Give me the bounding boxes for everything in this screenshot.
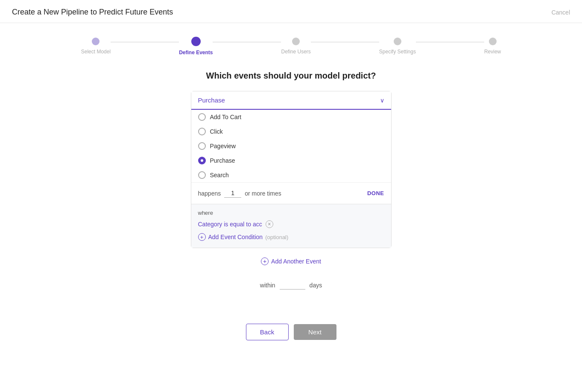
done-button[interactable]: DONE	[367, 190, 384, 196]
plus-icon: +	[200, 234, 204, 240]
back-button[interactable]: Back	[246, 324, 289, 340]
step-line-4	[416, 42, 484, 42]
step-label-define-events: Define Events	[179, 50, 213, 56]
option-pageview[interactable]: Pageview	[191, 139, 391, 153]
option-label-search: Search	[210, 172, 229, 178]
stepper: Select Model Define Events Define Users …	[0, 23, 582, 62]
within-suffix: days	[310, 282, 322, 289]
add-condition-label: Add Event Condition	[208, 234, 263, 240]
happens-suffix: or more times	[245, 190, 281, 197]
option-search[interactable]: Search	[191, 168, 391, 182]
section-question: Which events should your model predict?	[206, 71, 376, 81]
page-title: Create a New Pipeline to Predict Future …	[12, 8, 173, 17]
step-label-define-users: Define Users	[281, 49, 310, 55]
option-label-pageview: Pageview	[210, 143, 236, 149]
footer-buttons: Back Next	[246, 324, 336, 353]
step-line-3	[311, 42, 379, 42]
step-label-review: Review	[484, 49, 501, 55]
event-dropdown-value: Purchase	[198, 97, 225, 104]
within-days-input[interactable]	[280, 281, 305, 290]
radio-add-to-cart	[198, 113, 206, 121]
condition-text[interactable]: Category is equal to acc	[198, 221, 262, 228]
step-dot-select-model	[92, 38, 99, 45]
condition-row: Category is equal to acc ×	[198, 220, 384, 228]
condition-remove-button[interactable]: ×	[266, 220, 273, 228]
step-specify-settings: Specify Settings	[379, 38, 416, 55]
chevron-down-icon: ∨	[380, 97, 384, 104]
step-line-2	[213, 42, 281, 42]
step-define-users: Define Users	[281, 38, 310, 55]
event-dropdown[interactable]: Purchase ∨	[191, 91, 391, 110]
happens-row: happens or more times DONE	[191, 183, 391, 204]
close-icon: ×	[268, 221, 271, 227]
where-section: where Category is equal to acc × + Add E…	[191, 204, 391, 248]
step-define-events: Define Events	[179, 37, 213, 56]
option-label-purchase: Purchase	[210, 157, 235, 164]
within-prefix: within	[260, 282, 275, 289]
add-event-row[interactable]: + Add Another Event	[261, 257, 321, 265]
page-header: Create a New Pipeline to Predict Future …	[0, 0, 582, 23]
step-dot-review	[489, 38, 497, 45]
step-label-select-model: Select Model	[81, 49, 111, 55]
add-event-label: Add Another Event	[271, 258, 321, 265]
option-label-click: Click	[210, 128, 223, 135]
step-dot-define-events	[191, 37, 201, 46]
step-review: Review	[484, 38, 501, 55]
happens-prefix: happens	[198, 190, 221, 197]
happens-input[interactable]	[224, 189, 241, 198]
step-select-model: Select Model	[81, 38, 111, 55]
option-label-add-to-cart: Add To Cart	[210, 114, 242, 120]
next-button[interactable]: Next	[294, 324, 336, 340]
where-label: where	[198, 210, 384, 216]
add-condition-row[interactable]: + Add Event Condition (optional)	[198, 233, 384, 241]
option-click[interactable]: Click	[191, 124, 391, 139]
option-add-to-cart[interactable]: Add To Cart	[191, 110, 391, 124]
within-row: within days	[260, 281, 322, 290]
option-purchase[interactable]: Purchase	[191, 153, 391, 168]
radio-search	[198, 171, 206, 179]
step-line-1	[111, 42, 179, 42]
radio-purchase	[198, 157, 206, 164]
plus-icon: +	[263, 258, 266, 265]
radio-click	[198, 128, 206, 135]
add-event-icon: +	[261, 257, 269, 265]
radio-pageview	[198, 142, 206, 150]
event-options-list: Add To Cart Click Pageview Purchase Sear…	[191, 110, 391, 183]
step-dot-define-users	[292, 38, 300, 45]
event-card: Purchase ∨ Add To Cart Click Pageview	[191, 91, 392, 248]
step-label-specify-settings: Specify Settings	[379, 49, 416, 55]
step-dot-specify-settings	[394, 38, 401, 45]
main-content: Which events should your model predict? …	[0, 62, 582, 353]
add-condition-icon: +	[198, 233, 206, 241]
cancel-button[interactable]: Cancel	[551, 9, 570, 16]
add-condition-optional: (optional)	[265, 234, 288, 240]
